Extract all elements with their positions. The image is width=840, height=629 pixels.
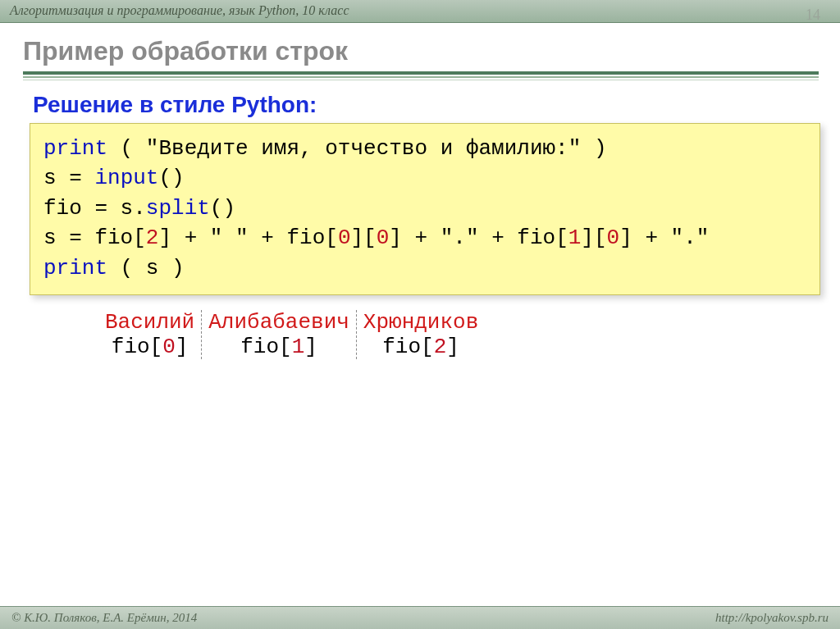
- kw-input: input: [94, 166, 158, 190]
- example-col: Алибабаевич fio[1]: [202, 310, 357, 359]
- example-name: Алибабаевич: [208, 310, 349, 335]
- page-number: 14: [806, 7, 820, 24]
- code-text: ( "Введите имя, отчество и фамилию:" ): [107, 136, 607, 161]
- num-literal: 0: [338, 226, 351, 250]
- code-text: fio = s.: [43, 196, 146, 221]
- example-index: fio[2]: [382, 335, 459, 359]
- num-literal: 2: [146, 226, 159, 250]
- code-text: ] + "." + fio[: [389, 226, 568, 250]
- code-text: ( s ): [107, 256, 185, 280]
- course-header: Алгоритмизация и программирование, язык …: [0, 0, 840, 23]
- example-row: Василий fio[0] Алибабаевич fio[1] Хрюнди…: [0, 310, 840, 359]
- example-col: Хрюндиков fio[2]: [357, 310, 485, 359]
- footer-copyright: © К.Ю. Поляков, Е.А. Ерёмин, 2014: [11, 611, 197, 625]
- kw-print: print: [43, 256, 107, 280]
- code-text: s = fio[: [43, 226, 146, 250]
- title-divider: [23, 71, 819, 80]
- subtitle: Решение в стиле Python:: [33, 92, 840, 118]
- code-text: ][: [581, 226, 606, 250]
- num-literal: 1: [568, 226, 582, 250]
- example-index: fio[0]: [112, 335, 189, 359]
- example-name: Василий: [105, 310, 194, 335]
- code-text: ][: [350, 226, 376, 250]
- code-text: (): [158, 166, 184, 190]
- num-literal: 0: [377, 226, 390, 250]
- code-text: s =: [43, 166, 94, 190]
- example-name: Хрюндиков: [363, 310, 478, 335]
- code-text: ] + ".": [619, 226, 709, 250]
- num-literal: 0: [607, 226, 620, 250]
- footer-url: http://kpolyakov.spb.ru: [715, 611, 829, 625]
- code-text: (): [210, 196, 235, 221]
- code-block: print ( "Введите имя, отчество и фамилию…: [30, 123, 820, 295]
- example-index: fio[1]: [240, 335, 317, 359]
- course-title: Алгоритмизация и программирование, язык …: [10, 3, 349, 17]
- kw-print: print: [43, 136, 107, 161]
- kw-split: split: [146, 196, 210, 221]
- example-col: Василий fio[0]: [98, 310, 202, 359]
- slide-title: Пример обработки строк: [23, 36, 817, 66]
- code-text: ] + " " + fio[: [158, 226, 337, 250]
- footer: © К.Ю. Поляков, Е.А. Ерёмин, 2014 http:/…: [0, 606, 840, 629]
